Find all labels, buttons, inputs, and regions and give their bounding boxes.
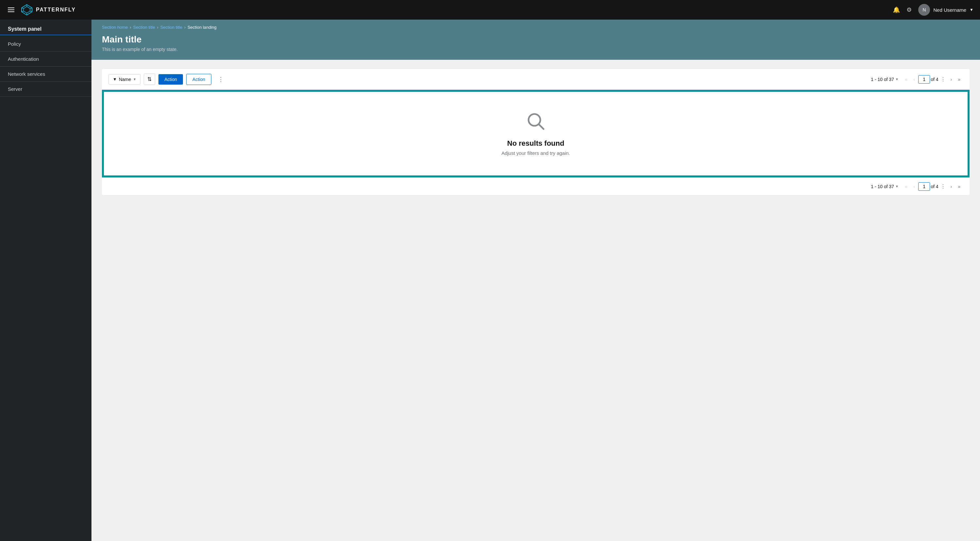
- sort-button[interactable]: ⇅: [144, 73, 155, 85]
- svg-marker-1: [24, 6, 30, 13]
- bottom-pagination: 1 - 10 of 37 ▼ « ‹ of 4 ⋮ › »: [871, 181, 963, 191]
- prev-page-button[interactable]: ‹: [911, 75, 918, 84]
- topnav-left: PATTERNFLY: [6, 4, 76, 16]
- bottom-prev-page-button[interactable]: ‹: [911, 182, 918, 191]
- top-pagination: 1 - 10 of 37 ▼ « ‹ of 4 ⋮ › »: [871, 75, 963, 84]
- last-page-button[interactable]: »: [955, 75, 963, 84]
- breadcrumb-link-0[interactable]: Section home: [102, 25, 128, 30]
- main-content: Section home › Section title › Section t…: [91, 20, 980, 541]
- bottom-pagination-options-button[interactable]: ⋮: [939, 181, 947, 191]
- pagination-range-info: 1 - 10 of 37 ▼: [871, 77, 899, 82]
- svg-line-9: [539, 124, 544, 129]
- breadcrumb-current: Section landing: [188, 25, 216, 30]
- sort-icon: ⇅: [147, 76, 151, 82]
- breadcrumb-sep-2: ›: [184, 25, 186, 30]
- pagination-nav: « ‹ of 4 ⋮ › »: [902, 75, 963, 84]
- breadcrumb-link-2[interactable]: Section title: [161, 25, 182, 30]
- brand-logo: [21, 4, 33, 16]
- topnav-right: 🔔 ⚙ N Ned Username ▼: [893, 4, 974, 16]
- sidebar-section-title: System panel: [0, 20, 91, 35]
- top-toolbar: ▼ Name ▼ ⇅ Action Action ⋮ 1 - 10 of 37: [102, 69, 970, 90]
- sidebar-item-network-services[interactable]: Network services: [0, 67, 91, 82]
- bottom-last-page-button[interactable]: »: [955, 182, 963, 191]
- pagination-range-caret-icon[interactable]: ▼: [896, 78, 899, 81]
- notification-icon[interactable]: 🔔: [893, 6, 900, 13]
- brand: PATTERNFLY: [21, 4, 76, 16]
- main-layout: System panel Policy Authentication Netwo…: [0, 20, 980, 541]
- breadcrumb-link-1[interactable]: Section title: [133, 25, 155, 30]
- empty-state-description: Adjust your filters and try again.: [501, 150, 570, 156]
- top-navigation: PATTERNFLY 🔔 ⚙ N Ned Username ▼: [0, 0, 980, 20]
- user-caret-icon: ▼: [970, 8, 974, 12]
- page-header: Section home › Section title › Section t…: [91, 20, 980, 60]
- page-title: Main title: [102, 34, 970, 45]
- hamburger-button[interactable]: [6, 6, 16, 13]
- empty-state-wrapper: No results found Adjust your filters and…: [102, 90, 970, 177]
- page-of-label: of 4: [931, 77, 938, 82]
- bottom-next-page-button[interactable]: ›: [948, 182, 955, 191]
- bottom-page-of-label: of 4: [931, 184, 938, 189]
- sidebar-item-policy[interactable]: Policy: [0, 37, 91, 52]
- bottom-pagination-nav: « ‹ of 4 ⋮ › »: [902, 181, 963, 191]
- breadcrumb: Section home › Section title › Section t…: [102, 25, 970, 30]
- first-page-button[interactable]: «: [902, 75, 910, 84]
- kebab-menu-button[interactable]: ⋮: [215, 74, 228, 85]
- pagination-options-button[interactable]: ⋮: [939, 75, 947, 84]
- breadcrumb-sep-1: ›: [157, 25, 158, 30]
- sidebar-item-server[interactable]: Server: [0, 82, 91, 97]
- page-number-input[interactable]: [918, 75, 930, 84]
- filter-name-button[interactable]: ▼ Name ▼: [108, 74, 140, 84]
- bottom-pagination-range-caret-icon[interactable]: ▼: [896, 185, 899, 188]
- action-secondary-button[interactable]: Action: [186, 74, 212, 85]
- bottom-page-number-input[interactable]: [918, 182, 930, 191]
- content-area: ▼ Name ▼ ⇅ Action Action ⋮ 1 - 10 of 37: [91, 60, 980, 204]
- filter-label: Name: [119, 77, 131, 82]
- empty-state: No results found Adjust your filters and…: [104, 92, 967, 175]
- search-icon: [526, 111, 546, 134]
- brand-name: PATTERNFLY: [36, 7, 76, 13]
- action-primary-button[interactable]: Action: [158, 74, 183, 84]
- sidebar-item-authentication[interactable]: Authentication: [0, 52, 91, 67]
- bottom-pagination-count: 1 - 10 of 37: [871, 184, 894, 189]
- next-page-button[interactable]: ›: [948, 75, 955, 84]
- table-card: ▼ Name ▼ ⇅ Action Action ⋮ 1 - 10 of 37: [102, 69, 970, 195]
- bottom-toolbar: 1 - 10 of 37 ▼ « ‹ of 4 ⋮ › »: [102, 177, 970, 195]
- settings-icon[interactable]: ⚙: [907, 6, 912, 13]
- filter-caret-icon: ▼: [133, 78, 136, 81]
- user-avatar: N: [918, 4, 930, 16]
- bottom-pagination-range-info: 1 - 10 of 37 ▼: [871, 184, 899, 189]
- empty-state-title: No results found: [508, 139, 565, 148]
- user-name: Ned Username: [933, 7, 966, 13]
- breadcrumb-sep-0: ›: [130, 25, 131, 30]
- filter-icon: ▼: [113, 77, 117, 82]
- page-subtitle: This is an example of an empty state.: [102, 47, 970, 52]
- user-menu[interactable]: N Ned Username ▼: [918, 4, 974, 16]
- sidebar: System panel Policy Authentication Netwo…: [0, 20, 91, 541]
- pagination-count: 1 - 10 of 37: [871, 77, 894, 82]
- bottom-first-page-button[interactable]: «: [902, 182, 910, 191]
